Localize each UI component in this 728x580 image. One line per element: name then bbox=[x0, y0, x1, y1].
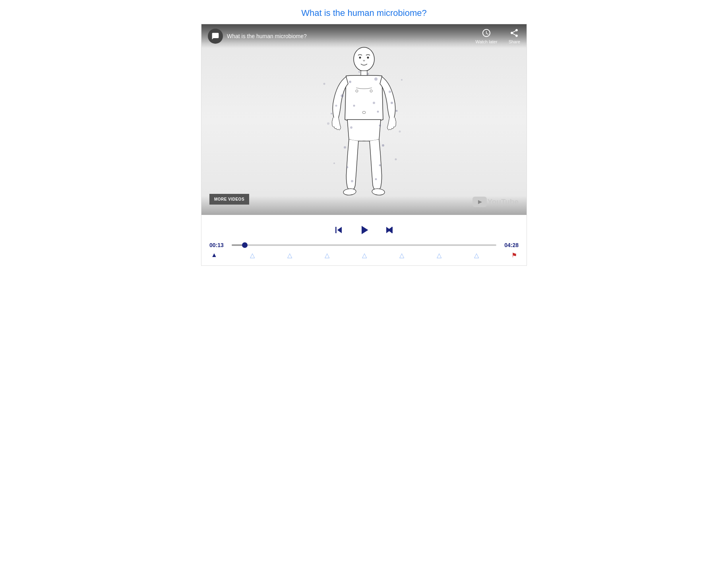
share-button[interactable]: Share bbox=[509, 28, 520, 44]
svg-point-16 bbox=[350, 126, 352, 129]
marker-1[interactable]: △ bbox=[250, 251, 255, 259]
svg-point-25 bbox=[391, 102, 393, 104]
marker-0[interactable]: ▲ bbox=[211, 251, 217, 259]
svg-point-11 bbox=[341, 95, 344, 97]
skip-next-icon bbox=[383, 224, 396, 236]
marker-7[interactable]: △ bbox=[474, 251, 479, 259]
svg-point-24 bbox=[335, 105, 337, 107]
svg-point-17 bbox=[379, 125, 381, 127]
svg-point-5 bbox=[372, 188, 385, 196]
svg-point-31 bbox=[401, 79, 403, 81]
current-time: 00:13 bbox=[209, 242, 226, 248]
marker-2[interactable]: △ bbox=[287, 251, 292, 259]
marker-4[interactable]: △ bbox=[362, 251, 367, 259]
svg-point-23 bbox=[375, 178, 377, 180]
marker-flag[interactable]: ⚑ bbox=[511, 251, 517, 259]
svg-point-22 bbox=[351, 180, 353, 182]
video-title: What is the human microbiome? bbox=[227, 33, 307, 39]
svg-point-1 bbox=[359, 57, 361, 59]
svg-point-10 bbox=[374, 77, 378, 81]
video-title-area: What is the human microbiome? bbox=[208, 29, 307, 44]
svg-point-19 bbox=[382, 144, 384, 147]
share-label: Share bbox=[509, 39, 520, 44]
share-icon bbox=[509, 28, 519, 38]
video-top-actions: Watch later Share bbox=[475, 28, 520, 44]
youtube-play-icon bbox=[472, 197, 487, 207]
svg-point-28 bbox=[367, 73, 369, 75]
svg-point-30 bbox=[323, 83, 325, 85]
skip-prev-icon bbox=[332, 224, 345, 236]
watch-later-label: Watch later bbox=[475, 39, 497, 44]
progress-thumb[interactable] bbox=[242, 242, 248, 248]
svg-point-2 bbox=[367, 57, 369, 59]
progress-row: 00:13 04:28 bbox=[209, 240, 519, 251]
human-body-svg bbox=[312, 44, 416, 203]
youtube-text: YouTube bbox=[488, 197, 519, 206]
svg-point-26 bbox=[331, 113, 332, 114]
total-time: 04:28 bbox=[502, 242, 519, 248]
svg-point-33 bbox=[399, 131, 401, 133]
marker-5[interactable]: △ bbox=[399, 251, 404, 259]
page-title: What is the human microbiome? bbox=[301, 8, 426, 18]
clock-icon bbox=[482, 28, 491, 38]
svg-point-21 bbox=[379, 164, 381, 166]
svg-point-9 bbox=[349, 81, 351, 83]
playback-controls bbox=[209, 219, 519, 240]
svg-point-20 bbox=[347, 166, 349, 168]
video-player[interactable]: What is the human microbiome? Watch late… bbox=[201, 24, 527, 215]
skip-previous-button[interactable] bbox=[332, 224, 345, 236]
youtube-logo: YouTube bbox=[472, 197, 519, 207]
chat-icon bbox=[208, 29, 223, 44]
svg-point-35 bbox=[395, 159, 397, 160]
watch-later-button[interactable]: Watch later bbox=[475, 28, 497, 44]
svg-point-4 bbox=[343, 188, 356, 196]
svg-point-14 bbox=[373, 102, 375, 104]
human-figure bbox=[312, 44, 416, 205]
svg-point-32 bbox=[327, 122, 329, 125]
svg-point-15 bbox=[377, 111, 379, 113]
controls-section: 00:13 04:28 ▲ △ △ △ △ △ △ △ ⚑ bbox=[201, 215, 527, 265]
svg-point-13 bbox=[353, 105, 355, 107]
svg-point-0 bbox=[354, 47, 374, 71]
svg-point-34 bbox=[333, 162, 335, 164]
svg-point-18 bbox=[344, 146, 346, 149]
play-button[interactable] bbox=[357, 223, 371, 237]
marker-3[interactable]: △ bbox=[325, 251, 329, 259]
video-container: What is the human microbiome? Watch late… bbox=[201, 24, 527, 266]
marker-6[interactable]: △ bbox=[437, 251, 441, 259]
markers-row: ▲ △ △ △ △ △ △ △ ⚑ bbox=[209, 251, 519, 259]
svg-point-29 bbox=[358, 71, 360, 73]
more-videos-button[interactable]: MORE VIDEOS bbox=[209, 194, 249, 205]
play-icon bbox=[357, 223, 371, 237]
skip-next-button[interactable] bbox=[383, 224, 396, 236]
progress-bar[interactable] bbox=[232, 244, 496, 246]
svg-point-27 bbox=[396, 110, 398, 112]
svg-point-12 bbox=[389, 91, 391, 93]
